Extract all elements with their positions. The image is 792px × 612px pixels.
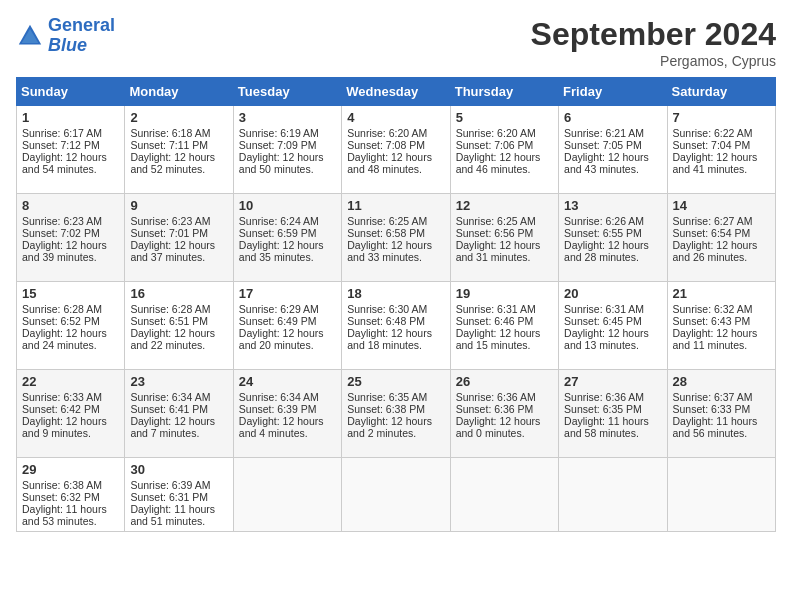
day-info-line: Sunrise: 6:36 AM (456, 391, 553, 403)
col-header-tuesday: Tuesday (233, 78, 341, 106)
day-info-line: Sunset: 6:56 PM (456, 227, 553, 239)
calendar-cell: 10Sunrise: 6:24 AMSunset: 6:59 PMDayligh… (233, 194, 341, 282)
day-info-line: Daylight: 12 hours (22, 151, 119, 163)
day-info-line: Sunrise: 6:34 AM (239, 391, 336, 403)
day-info-line: Sunset: 6:48 PM (347, 315, 444, 327)
calendar-header-row: SundayMondayTuesdayWednesdayThursdayFrid… (17, 78, 776, 106)
day-info-line: and 41 minutes. (673, 163, 770, 175)
day-info-line: Sunrise: 6:27 AM (673, 215, 770, 227)
day-info-line: Sunset: 6:33 PM (673, 403, 770, 415)
day-number: 19 (456, 286, 553, 301)
calendar-cell: 3Sunrise: 6:19 AMSunset: 7:09 PMDaylight… (233, 106, 341, 194)
day-info-line: and 54 minutes. (22, 163, 119, 175)
calendar-week-1: 1Sunrise: 6:17 AMSunset: 7:12 PMDaylight… (17, 106, 776, 194)
day-info-line: and 43 minutes. (564, 163, 661, 175)
day-info-line: Daylight: 12 hours (22, 239, 119, 251)
day-info-line: Daylight: 12 hours (456, 239, 553, 251)
day-info-line: Daylight: 12 hours (239, 239, 336, 251)
calendar-week-5: 29Sunrise: 6:38 AMSunset: 6:32 PMDayligh… (17, 458, 776, 532)
day-info-line: Sunset: 7:06 PM (456, 139, 553, 151)
day-info-line: Daylight: 11 hours (564, 415, 661, 427)
day-info-line: Sunset: 6:59 PM (239, 227, 336, 239)
day-number: 14 (673, 198, 770, 213)
day-info-line: Sunset: 6:39 PM (239, 403, 336, 415)
day-number: 11 (347, 198, 444, 213)
day-info-line: and 2 minutes. (347, 427, 444, 439)
col-header-wednesday: Wednesday (342, 78, 450, 106)
calendar-cell: 1Sunrise: 6:17 AMSunset: 7:12 PMDaylight… (17, 106, 125, 194)
day-info-line: and 22 minutes. (130, 339, 227, 351)
day-info-line: Daylight: 11 hours (22, 503, 119, 515)
day-info-line: and 24 minutes. (22, 339, 119, 351)
day-info-line: Sunset: 6:58 PM (347, 227, 444, 239)
day-info-line: Sunrise: 6:20 AM (456, 127, 553, 139)
day-number: 1 (22, 110, 119, 125)
day-info-line: Sunrise: 6:25 AM (347, 215, 444, 227)
day-info-line: Sunset: 6:35 PM (564, 403, 661, 415)
day-number: 12 (456, 198, 553, 213)
calendar-cell (233, 458, 341, 532)
day-info-line: Sunrise: 6:21 AM (564, 127, 661, 139)
day-info-line: Sunset: 6:55 PM (564, 227, 661, 239)
calendar-cell (450, 458, 558, 532)
day-info-line: Daylight: 12 hours (564, 239, 661, 251)
day-info-line: Sunrise: 6:17 AM (22, 127, 119, 139)
day-info-line: Sunset: 6:52 PM (22, 315, 119, 327)
calendar-cell: 24Sunrise: 6:34 AMSunset: 6:39 PMDayligh… (233, 370, 341, 458)
day-info-line: Sunset: 6:51 PM (130, 315, 227, 327)
day-info-line: Daylight: 12 hours (347, 327, 444, 339)
day-info-line: and 33 minutes. (347, 251, 444, 263)
day-number: 21 (673, 286, 770, 301)
day-info-line: Sunrise: 6:23 AM (130, 215, 227, 227)
day-info-line: and 18 minutes. (347, 339, 444, 351)
day-info-line: Sunset: 7:05 PM (564, 139, 661, 151)
calendar-cell: 2Sunrise: 6:18 AMSunset: 7:11 PMDaylight… (125, 106, 233, 194)
day-info-line: and 51 minutes. (130, 515, 227, 527)
day-info-line: Sunrise: 6:20 AM (347, 127, 444, 139)
day-info-line: Sunrise: 6:26 AM (564, 215, 661, 227)
day-info-line: Daylight: 12 hours (239, 151, 336, 163)
day-info-line: Daylight: 12 hours (564, 151, 661, 163)
calendar-cell: 20Sunrise: 6:31 AMSunset: 6:45 PMDayligh… (559, 282, 667, 370)
day-info-line: Sunrise: 6:31 AM (456, 303, 553, 315)
day-info-line: Sunrise: 6:36 AM (564, 391, 661, 403)
calendar-cell: 18Sunrise: 6:30 AMSunset: 6:48 PMDayligh… (342, 282, 450, 370)
day-info-line: Daylight: 12 hours (347, 239, 444, 251)
day-info-line: Daylight: 12 hours (130, 415, 227, 427)
day-info-line: Daylight: 12 hours (130, 327, 227, 339)
col-header-sunday: Sunday (17, 78, 125, 106)
day-info-line: Sunset: 7:08 PM (347, 139, 444, 151)
logo-line1: General (48, 15, 115, 35)
day-info-line: Daylight: 12 hours (239, 327, 336, 339)
calendar-cell: 5Sunrise: 6:20 AMSunset: 7:06 PMDaylight… (450, 106, 558, 194)
day-info-line: Daylight: 11 hours (130, 503, 227, 515)
calendar-week-3: 15Sunrise: 6:28 AMSunset: 6:52 PMDayligh… (17, 282, 776, 370)
day-info-line: Sunrise: 6:19 AM (239, 127, 336, 139)
location: Pergamos, Cyprus (531, 53, 776, 69)
calendar-table: SundayMondayTuesdayWednesdayThursdayFrid… (16, 77, 776, 532)
day-number: 16 (130, 286, 227, 301)
calendar-cell: 4Sunrise: 6:20 AMSunset: 7:08 PMDaylight… (342, 106, 450, 194)
day-info-line: Sunrise: 6:32 AM (673, 303, 770, 315)
day-number: 10 (239, 198, 336, 213)
day-info-line: Sunset: 6:43 PM (673, 315, 770, 327)
day-info-line: Sunrise: 6:28 AM (130, 303, 227, 315)
day-info-line: Sunset: 6:31 PM (130, 491, 227, 503)
calendar-cell: 13Sunrise: 6:26 AMSunset: 6:55 PMDayligh… (559, 194, 667, 282)
day-info-line: and 37 minutes. (130, 251, 227, 263)
day-info-line: Sunset: 6:42 PM (22, 403, 119, 415)
day-info-line: and 58 minutes. (564, 427, 661, 439)
calendar-cell: 15Sunrise: 6:28 AMSunset: 6:52 PMDayligh… (17, 282, 125, 370)
day-number: 13 (564, 198, 661, 213)
col-header-friday: Friday (559, 78, 667, 106)
day-info-line: Daylight: 12 hours (347, 415, 444, 427)
col-header-monday: Monday (125, 78, 233, 106)
day-number: 15 (22, 286, 119, 301)
day-info-line: Sunrise: 6:22 AM (673, 127, 770, 139)
day-number: 30 (130, 462, 227, 477)
day-number: 4 (347, 110, 444, 125)
day-info-line: and 9 minutes. (22, 427, 119, 439)
day-info-line: Sunrise: 6:35 AM (347, 391, 444, 403)
day-info-line: Daylight: 12 hours (22, 327, 119, 339)
day-info-line: Sunset: 6:45 PM (564, 315, 661, 327)
